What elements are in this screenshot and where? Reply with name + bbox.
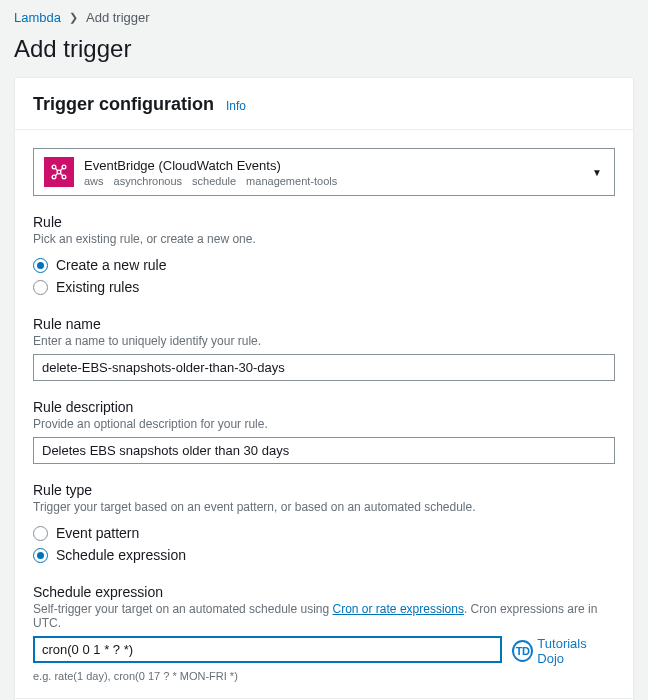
divider (15, 129, 633, 130)
rule-desc-input[interactable] (33, 437, 615, 464)
trigger-config-panel: Trigger configuration Info EventBridge (… (14, 77, 634, 700)
radio-create-new-rule[interactable]: Create a new rule (33, 254, 615, 276)
schedule-example: e.g. rate(1 day), cron(0 17 ? * MON-FRI … (33, 670, 615, 682)
td-badge-icon: TD (512, 640, 534, 662)
breadcrumb-parent-link[interactable]: Lambda (14, 10, 61, 25)
rule-name-input[interactable] (33, 354, 615, 381)
breadcrumb: Lambda ❯ Add trigger (14, 10, 634, 25)
panel-heading: Trigger configuration (33, 94, 214, 115)
trigger-source-select[interactable]: EventBridge (CloudWatch Events) awsasync… (33, 148, 615, 196)
source-tags: awsasynchronousschedulemanagement-tools (84, 175, 604, 187)
rule-desc-help: Provide an optional description for your… (33, 417, 615, 431)
info-link[interactable]: Info (226, 99, 246, 113)
source-name: EventBridge (CloudWatch Events) (84, 158, 604, 173)
radio-event-pattern[interactable]: Event pattern (33, 522, 615, 544)
radio-icon (33, 548, 48, 563)
cron-rate-link[interactable]: Cron or rate expressions (333, 602, 464, 616)
rule-help: Pick an existing rule, or create a new o… (33, 232, 615, 246)
schedule-label: Schedule expression (33, 584, 615, 600)
rule-label: Rule (33, 214, 615, 230)
radio-icon (33, 258, 48, 273)
eventbridge-icon (44, 157, 74, 187)
page-title: Add trigger (14, 35, 634, 63)
rule-type-help: Trigger your target based on an event pa… (33, 500, 615, 514)
tutorials-dojo-watermark: TD Tutorials Dojo (512, 636, 615, 666)
radio-schedule-expression[interactable]: Schedule expression (33, 544, 615, 566)
breadcrumb-current: Add trigger (86, 10, 150, 25)
divider (15, 698, 633, 699)
rule-name-label: Rule name (33, 316, 615, 332)
schedule-help: Self-trigger your target on an automated… (33, 602, 615, 630)
rule-desc-label: Rule description (33, 399, 615, 415)
radio-existing-rules[interactable]: Existing rules (33, 276, 615, 298)
rule-type-label: Rule type (33, 482, 615, 498)
radio-icon (33, 526, 48, 541)
rule-name-help: Enter a name to uniquely identify your r… (33, 334, 615, 348)
schedule-expression-input[interactable] (33, 636, 502, 663)
chevron-right-icon: ❯ (69, 11, 78, 24)
radio-icon (33, 280, 48, 295)
chevron-down-icon: ▼ (592, 167, 602, 178)
